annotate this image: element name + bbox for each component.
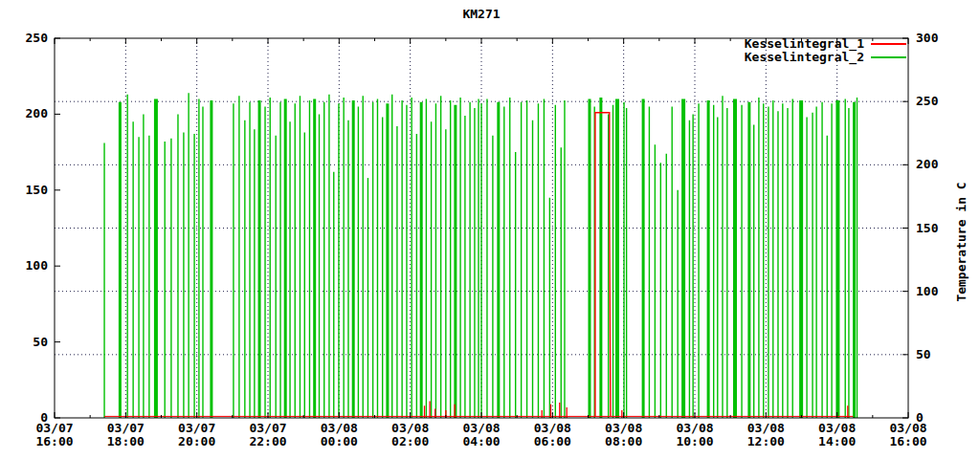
- y-right-tick-label: 300: [916, 32, 938, 45]
- x-tick-date: 03/07: [233, 422, 303, 435]
- y-left-tick-label: 200: [0, 107, 48, 120]
- x-tick-label: 03/0716:00: [19, 422, 90, 448]
- x-tick-label: 03/0806:00: [517, 422, 588, 448]
- legend-label-kesselintegral-2: Kesselintegral_2: [745, 51, 864, 64]
- y-left-tick-label: 0: [0, 411, 48, 425]
- x-tick-time: 22:00: [233, 435, 303, 448]
- legend-label-kesselintegral-1: Kesselintegral_1: [745, 37, 864, 51]
- y-right-tick-label: 100: [916, 285, 938, 298]
- x-tick-date: 03/08: [589, 422, 659, 435]
- x-tick-label: 03/0722:00: [233, 422, 303, 448]
- x-tick-label: 03/0808:00: [589, 422, 659, 448]
- x-tick-label: 03/0812:00: [730, 422, 801, 448]
- legend-row-series2: Kesselintegral_2: [745, 51, 906, 64]
- plot-area: [0, 0, 980, 459]
- legend-line-sample-red: [871, 43, 906, 45]
- x-tick-date: 03/08: [659, 422, 730, 435]
- x-tick-label: 03/0816:00: [873, 422, 944, 448]
- x-tick-time: 00:00: [303, 435, 374, 448]
- x-tick-date: 03/07: [162, 422, 233, 435]
- x-tick-label: 03/0804:00: [446, 422, 517, 448]
- x-tick-date: 03/07: [90, 422, 161, 435]
- km271-chart: KM271 Kesselintegral_1 Kesselintegral_2 …: [0, 0, 980, 459]
- x-tick-time: 02:00: [375, 435, 446, 448]
- right-axis-title: Temperature in C: [954, 182, 969, 301]
- x-tick-label: 03/0810:00: [659, 422, 730, 448]
- x-tick-time: 08:00: [589, 435, 659, 448]
- x-tick-date: 03/08: [730, 422, 801, 435]
- x-tick-time: 10:00: [659, 435, 730, 448]
- legend-line-sample-green: [871, 56, 906, 58]
- x-tick-time: 04:00: [446, 435, 517, 448]
- x-tick-label: 03/0800:00: [303, 422, 374, 448]
- y-right-tick-label: 150: [916, 222, 938, 235]
- y-left-tick-label: 50: [0, 336, 48, 349]
- y-right-tick-label: 200: [916, 158, 938, 171]
- x-tick-time: 06:00: [517, 435, 588, 448]
- x-tick-date: 03/08: [375, 422, 446, 435]
- y-left-tick-label: 100: [0, 259, 48, 273]
- x-tick-label: 03/0802:00: [375, 422, 446, 448]
- x-tick-date: 03/08: [802, 422, 873, 435]
- x-tick-time: 16:00: [873, 435, 944, 448]
- x-tick-time: 16:00: [19, 435, 90, 448]
- x-tick-label: 03/0718:00: [90, 422, 161, 448]
- y-right-tick-label: 0: [916, 411, 924, 425]
- legend-row-series1: Kesselintegral_1: [745, 37, 906, 51]
- x-tick-date: 03/08: [446, 422, 517, 435]
- y-right-tick-label: 50: [916, 348, 931, 361]
- x-tick-date: 03/08: [303, 422, 374, 435]
- x-tick-time: 18:00: [90, 435, 161, 448]
- x-tick-date: 03/08: [873, 422, 944, 435]
- x-tick-time: 20:00: [162, 435, 233, 448]
- x-tick-time: 14:00: [802, 435, 873, 448]
- y-left-tick-label: 150: [0, 184, 48, 197]
- x-tick-time: 12:00: [730, 435, 801, 448]
- y-left-tick-label: 250: [0, 32, 48, 45]
- y-right-tick-label: 250: [916, 95, 938, 108]
- x-tick-label: 03/0720:00: [162, 422, 233, 448]
- x-tick-label: 03/0814:00: [802, 422, 873, 448]
- x-tick-date: 03/08: [517, 422, 588, 435]
